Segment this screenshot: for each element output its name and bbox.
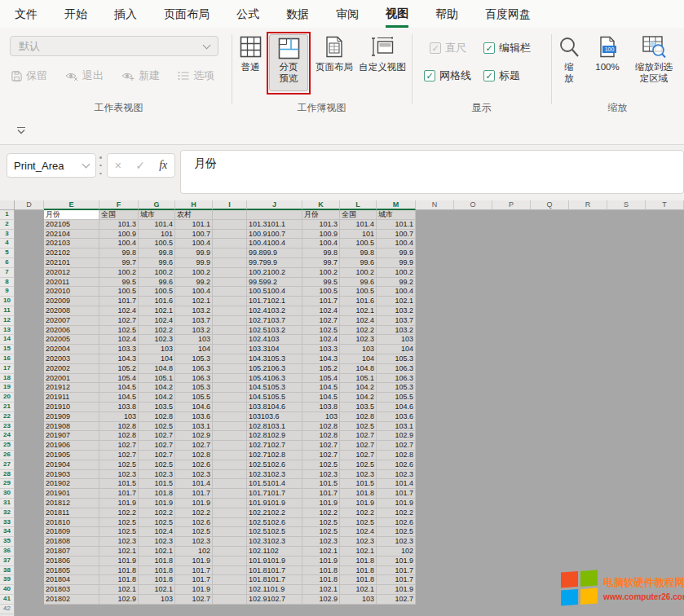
outside-area-cell[interactable] bbox=[416, 278, 684, 288]
cell[interactable]: 102.5 bbox=[139, 422, 175, 432]
cell[interactable]: 103.3104 bbox=[247, 345, 302, 354]
row-header-19[interactable]: 19 bbox=[0, 383, 15, 393]
row-header-37[interactable]: 37 bbox=[0, 557, 15, 566]
cell[interactable]: 105.4 bbox=[99, 374, 139, 384]
outside-area-cell[interactable] bbox=[15, 499, 44, 508]
cell[interactable]: 102.2 bbox=[377, 508, 416, 518]
column-header-T[interactable]: T bbox=[646, 200, 684, 210]
outside-area-cell[interactable] bbox=[15, 297, 44, 306]
row-header-5[interactable]: 5 bbox=[0, 249, 15, 258]
cell[interactable]: 102.5 bbox=[340, 460, 377, 470]
cell[interactable]: 102.8 bbox=[99, 422, 139, 432]
cell[interactable]: 102.6 bbox=[377, 460, 416, 470]
cell[interactable]: 101.8 bbox=[302, 575, 340, 585]
outside-area-cell[interactable] bbox=[416, 239, 684, 249]
cell[interactable]: 202008 bbox=[44, 306, 99, 316]
outside-area-cell[interactable] bbox=[15, 316, 44, 326]
cell[interactable]: 102.5 bbox=[340, 422, 377, 432]
cell[interactable]: 99.8 bbox=[340, 249, 377, 258]
cell[interactable]: 102.4103.2 bbox=[247, 306, 302, 316]
cell[interactable]: 99.2 bbox=[175, 278, 213, 288]
cell[interactable]: 102.4 bbox=[340, 316, 377, 326]
cell[interactable]: 102.8102.9 bbox=[247, 431, 302, 441]
row-header-34[interactable]: 34 bbox=[0, 527, 15, 537]
row-header-3[interactable]: 3 bbox=[0, 230, 15, 240]
cell[interactable]: 103.6 bbox=[175, 412, 213, 422]
outside-area-cell[interactable] bbox=[15, 268, 44, 278]
outside-area-cell[interactable] bbox=[15, 220, 44, 230]
row-header-23[interactable]: 23 bbox=[0, 422, 15, 432]
cell[interactable]: 101 bbox=[340, 230, 377, 240]
cell[interactable]: 99.7 bbox=[99, 258, 139, 268]
column-header-O[interactable]: O bbox=[454, 200, 492, 210]
cell[interactable]: 102.3 bbox=[99, 470, 139, 480]
outside-area-cell[interactable] bbox=[15, 210, 44, 220]
outside-area-cell[interactable] bbox=[15, 412, 44, 422]
cell[interactable]: 102.1 bbox=[377, 297, 416, 306]
cell[interactable]: 103103.6 bbox=[247, 412, 302, 422]
cell[interactable]: 月份 bbox=[302, 210, 340, 220]
column-header-D[interactable]: D bbox=[15, 200, 44, 210]
cell[interactable]: 102.6 bbox=[377, 518, 416, 528]
row-header-39[interactable]: 39 bbox=[0, 575, 15, 585]
row-header-6[interactable]: 6 bbox=[0, 258, 15, 268]
cell[interactable]: 101.8 bbox=[99, 566, 139, 576]
outside-area-cell[interactable] bbox=[416, 431, 684, 441]
cell[interactable] bbox=[213, 441, 247, 451]
cell[interactable]: 102.4 bbox=[139, 527, 175, 537]
row-header-40[interactable]: 40 bbox=[0, 585, 15, 595]
cell[interactable]: 101.5 bbox=[99, 479, 139, 489]
cell[interactable] bbox=[213, 470, 247, 480]
cell[interactable]: 102.1 bbox=[340, 547, 377, 557]
column-header-N[interactable]: N bbox=[416, 200, 454, 210]
cell[interactable]: 100.5 bbox=[302, 287, 340, 297]
row-header-12[interactable]: 12 bbox=[0, 316, 15, 326]
cell[interactable]: 103.1 bbox=[175, 422, 213, 432]
outside-area-cell[interactable] bbox=[15, 249, 44, 258]
cell[interactable]: 103 bbox=[139, 345, 175, 354]
cell[interactable]: 201904 bbox=[44, 460, 99, 470]
cell[interactable]: 102.7 bbox=[99, 316, 139, 326]
cell[interactable]: 101.8 bbox=[99, 575, 139, 585]
enter-icon[interactable]: ✓ bbox=[135, 159, 145, 172]
cell[interactable]: 100.2 bbox=[175, 268, 213, 278]
cell[interactable]: 101.1 bbox=[175, 220, 213, 230]
cell[interactable]: 201909 bbox=[44, 412, 99, 422]
outside-area-cell[interactable] bbox=[15, 575, 44, 585]
exit-view-button[interactable]: 退出 bbox=[65, 68, 104, 83]
outside-area-cell[interactable] bbox=[416, 383, 684, 393]
cell[interactable]: 102.5 bbox=[302, 460, 340, 470]
outside-area-cell[interactable] bbox=[15, 239, 44, 249]
cell[interactable]: 106.3 bbox=[175, 374, 213, 384]
cell[interactable]: 102.1 bbox=[340, 306, 377, 316]
normal-view-button[interactable]: 普通 bbox=[235, 36, 266, 73]
cell[interactable]: 202001 bbox=[44, 374, 99, 384]
cell[interactable]: 102.3 bbox=[377, 470, 416, 480]
cell[interactable]: 101.8 bbox=[302, 566, 340, 576]
cell[interactable]: 102.5 bbox=[99, 518, 139, 528]
outside-area-cell[interactable] bbox=[416, 441, 684, 451]
cell[interactable]: 201809 bbox=[44, 527, 99, 537]
cell[interactable]: 101.5 bbox=[139, 479, 175, 489]
cell[interactable]: 101.1 bbox=[377, 220, 416, 230]
tab-home[interactable]: 开始 bbox=[64, 2, 87, 26]
zoom-100-button[interactable]: 100 100% bbox=[589, 36, 626, 73]
select-all-corner[interactable] bbox=[0, 200, 15, 210]
cell[interactable]: 103.2 bbox=[377, 326, 416, 336]
cell[interactable]: 102.2 bbox=[340, 326, 377, 336]
cell[interactable]: 102.3 bbox=[175, 537, 213, 547]
cell[interactable]: 101.5101.4 bbox=[247, 479, 302, 489]
cell[interactable]: 201805 bbox=[44, 566, 99, 576]
row-header-25[interactable]: 25 bbox=[0, 441, 15, 451]
cell[interactable]: 100.4 bbox=[175, 239, 213, 249]
cell[interactable]: 102.4 bbox=[302, 306, 340, 316]
outside-area-cell[interactable] bbox=[416, 306, 684, 316]
cell[interactable]: 103 bbox=[139, 595, 175, 605]
cell[interactable]: 城市 bbox=[139, 210, 175, 220]
outside-area-cell[interactable] bbox=[416, 258, 684, 268]
outside-area-cell[interactable] bbox=[416, 326, 684, 336]
row-header-38[interactable]: 38 bbox=[0, 566, 15, 576]
cell[interactable]: 102.4 bbox=[99, 335, 139, 345]
cell[interactable]: 99.8 bbox=[302, 249, 340, 258]
cell[interactable]: 104.5 bbox=[302, 393, 340, 403]
